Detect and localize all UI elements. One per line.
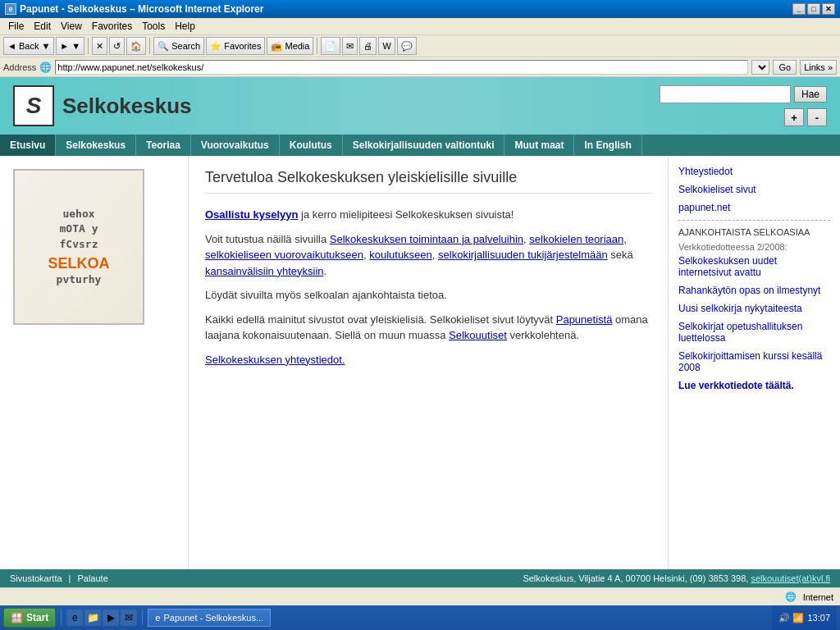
survey-paragraph: Osallistu kyselyyn ja kerro mielipiteesi… [205,207,651,223]
site-title: Selkokeskus [62,94,192,119]
menu-view[interactable]: View [56,20,87,33]
news-3[interactable]: Uusi selkokirja nykytaiteesta [678,303,830,314]
home-button[interactable]: 🏠 [126,37,146,55]
quick-launch: e 📁 ▶ ✉ [66,609,137,626]
app-icon: e [5,3,16,15]
refresh-button[interactable]: ↺ [109,37,125,55]
ajankohtaista-paragraph: Löydät sivuilta myös selkoalan ajankohta… [205,287,651,304]
nav-item-selkokeskus[interactable]: Selkokeskus [56,135,136,156]
link-teoria[interactable]: selkokielen teoriaan [529,233,623,245]
start-icon: 🪟 [11,612,23,623]
contact-link[interactable]: Selkokeskuksen yhteystiedot. [205,354,345,366]
sidebar-papunet[interactable]: papunet.net [678,202,830,213]
navigation-bar: Etusivu Selkokeskus Teoriaa Vuorovaikutu… [0,135,840,156]
font-increase-button[interactable]: + [784,108,804,126]
news-6-highlight[interactable]: Lue verkkotiedote täältä. [678,380,830,391]
menu-file[interactable]: File [3,20,29,33]
mail-button[interactable]: ✉ [342,37,358,55]
link-toiminta[interactable]: Selkokeskuksen toimintaan ja palveluihin [330,233,523,245]
link-selkouutiset[interactable]: Selkouutiset [449,329,507,341]
nav-item-koulutus[interactable]: Koulutus [280,135,343,156]
favorites-button[interactable]: ⭐ Favorites [206,37,265,55]
survey-link[interactable]: Osallistu kyselyyn [205,208,298,221]
title-bar: e Papunet - Selkokeskus – Microsoft Inte… [0,0,840,18]
clock: 13:07 [807,613,830,623]
site-logo: S Selkokeskus [13,85,192,126]
quicklaunch-outlook[interactable]: ✉ [121,609,137,626]
address-label: Address [3,62,36,72]
news-2[interactable]: Rahankäytön opas on ilmestynyt [678,285,830,296]
toolbar: ◄ Back ▼ ► ▼ ✕ ↺ 🏠 🔍 Search ⭐ Favorites … [0,34,840,57]
nav-item-vuorovaikutus[interactable]: Vuorovaikutus [191,135,280,156]
address-bar: Address 🌐 Go Links » [0,57,840,77]
close-button[interactable]: ✕ [822,3,835,15]
search-button[interactable]: 🔍 Search [153,37,204,55]
menu-help[interactable]: Help [170,20,200,33]
link-kansainvalinen[interactable]: kansainvälisiin yhteyksiin [205,265,324,277]
tray-icons: 🔊 📶 [778,613,804,623]
nav-item-etusivu[interactable]: Etusivu [0,135,56,156]
page-title: Tervetuloa Selkokeskuksen yleiskielisill… [205,169,651,194]
news-1[interactable]: Selkokeskuksen uudet internetsivut avatt… [678,255,830,278]
footer-sitemap[interactable]: Sivustokartta [10,573,62,583]
discuss-button[interactable]: 💬 [397,37,417,55]
link-vuorovaikutus[interactable]: selkokieliseen vuorovaikutukseen [205,249,363,261]
footer-palaute[interactable]: Palaute [77,573,107,583]
sidebar-right: Yhteystiedot Selkokieliset sivut papunet… [668,156,840,569]
survey-text: ja kerro mielipiteesi Selkokeskuksen siv… [298,208,514,221]
content-left: uehox mOTA y fCvsrz SELKOA pvturhy [0,156,189,569]
sidebar-selkokieliset[interactable]: Selkokieliset sivut [678,184,830,195]
logo-letter: S [26,93,42,119]
taskbar-separator [61,609,62,626]
zone-text: Internet [803,592,833,602]
menu-edit[interactable]: Edit [29,20,56,33]
site-search-button[interactable]: Hae [794,86,827,103]
back-button[interactable]: ◄ Back ▼ [3,37,54,55]
taskbar-window-item[interactable]: e Papunet - Selkokeskus... [148,609,271,627]
link-koulutus[interactable]: koulutukseen [369,249,432,261]
minimize-button[interactable]: _ [792,3,806,15]
go-button[interactable]: Go [773,60,797,75]
nav-item-muut-maat[interactable]: Muut maat [504,135,574,156]
main-content: uehox mOTA y fCvsrz SELKOA pvturhy Terve… [0,156,840,569]
address-dropdown[interactable] [751,60,769,75]
quicklaunch-media[interactable]: ▶ [103,609,119,626]
sidebar-yhteystiedot[interactable]: Yhteystiedot [678,166,830,177]
quicklaunch-folder[interactable]: 📁 [84,609,101,626]
start-button[interactable]: 🪟 Start [3,608,56,628]
taskbar-separator-2 [142,609,143,626]
quicklaunch-ie[interactable]: e [66,609,83,626]
forward-button[interactable]: ► ▼ [56,37,84,55]
site-header: S Selkokeskus Hae + - [0,77,840,135]
taskbar-window-label: Papunet - Selkokeskus... [163,613,263,623]
contact-paragraph: Selkokeskuksen yhteystiedot. [205,352,651,368]
sidebar-divider [678,220,830,221]
font-decrease-button[interactable]: - [807,108,827,126]
history-button[interactable]: 📄 [321,37,340,55]
news-5[interactable]: Selkokirjoittamisen kurssi kesällä 2008 [678,350,830,373]
print-button[interactable]: 🖨 [359,37,377,55]
nav-item-in-english[interactable]: In English [574,135,641,156]
maximize-button[interactable]: □ [807,3,820,15]
address-input[interactable] [55,60,748,75]
link-kirjallisuus[interactable]: selkokirjallisuuden tukijärjestelmään [438,249,608,261]
news-4[interactable]: Selkokirjat opetushallituksen luetteloss… [678,321,830,344]
nav-item-teoriaa[interactable]: Teoriaa [136,135,191,156]
stop-button[interactable]: ✕ [92,37,107,55]
nav-item-selkokirjallisuus[interactable]: Selkokirjallisuuden valtiontuki [343,135,505,156]
para3-text: Kaikki edellä mainitut sivustot ovat yle… [205,313,556,326]
footer-email[interactable]: selkouutiset(at)kvl.fi [751,573,830,583]
content-area: Tervetuloa Selkokeskuksen yleiskielisill… [189,156,668,569]
start-label: Start [26,612,48,623]
link-papunet[interactable]: Papunetistä [556,313,613,326]
font-size-controls: + - [784,108,827,126]
links-button[interactable]: Links » [800,60,837,75]
menu-favorites[interactable]: Favorites [87,20,137,33]
footer-links: Sivustokartta | Palaute [10,573,108,583]
site-search-input[interactable] [660,85,791,103]
word-button[interactable]: W [378,37,395,55]
menu-tools[interactable]: Tools [137,20,170,33]
media-button[interactable]: 📻 Media [267,37,313,55]
header-right: Hae + - [660,85,827,126]
site-footer: Sivustokartta | Palaute Selkokeskus, Vil… [0,569,840,587]
